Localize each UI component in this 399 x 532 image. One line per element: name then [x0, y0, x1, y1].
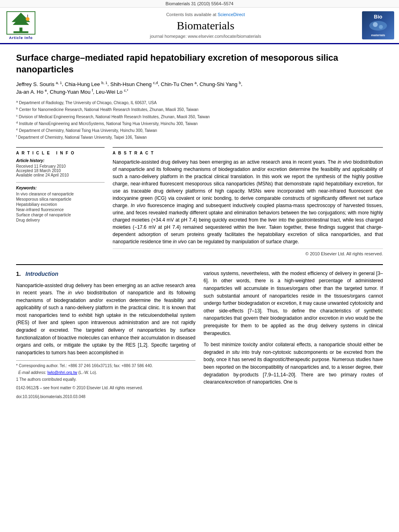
email-link[interactable]: lwlo@nhri.org.tw: [47, 370, 77, 375]
copyright-line: © 2010 Elsevier Ltd. All rights reserved…: [113, 249, 383, 256]
keyword-6: Drug delivery: [16, 218, 105, 222]
author-3: Shih-Hsun Cheng c,d: [110, 81, 158, 87]
authors: Jeffrey S. Souris a, 1, Chia-Hung Lee b,…: [16, 80, 383, 96]
affiliation-a: a Department of Radiology, The Universit…: [16, 99, 383, 106]
elsevier-logo: Article Info: [5, 11, 37, 40]
body-section: 1. Introduction Nanoparticle-assisted dr…: [16, 264, 383, 400]
article-title: Surface charge–mediated rapid hepatobili…: [16, 52, 383, 75]
journal-homepage: journal homepage: www.elsevier.com/locat…: [150, 34, 261, 39]
body-paragraph-1: Nanoparticle-assisted drug delivery has …: [16, 282, 195, 357]
sciencedirect-url[interactable]: ScienceDirect: [218, 12, 245, 17]
body-paragraph-2: various systems, nevertheless, with the …: [204, 270, 383, 337]
author-4: Chin-Tu Chen a: [161, 81, 197, 87]
abstract-section: A B S T R A C T Nanoparticle-assisted dr…: [113, 147, 383, 256]
footnotes: * Corresponding author. Tel.: +886 37 24…: [16, 360, 195, 400]
available-date: Available online 24 April 2010: [16, 173, 105, 177]
elsevier-tree-icon: [5, 11, 37, 35]
affiliation-e: e Department of Chemistry, National Tsin…: [16, 127, 383, 134]
footnote-corresponding: * Corresponding author. Tel.: +886 37 24…: [16, 363, 195, 369]
badge-image-icon: [368, 20, 388, 32]
svg-rect-1: [14, 31, 29, 33]
body-two-col: 1. Introduction Nanoparticle-assisted dr…: [16, 270, 383, 400]
sciencedirect-prefix: Contents lists available at: [166, 12, 218, 17]
journal-header: Article Info Contents lists available at…: [0, 8, 399, 44]
info-abstract-layout: A R T I C L E I N F O Article history: R…: [16, 147, 383, 256]
journal-logo-right: Bio materials: [354, 11, 394, 39]
footnote-equal: 1 The authors contributed equally.: [16, 377, 195, 382]
journal-logo-left: Article Info: [5, 11, 57, 40]
author-8: Leu-Wei Lo c,*: [96, 89, 128, 95]
accepted-date: Accepted 18 March 2010: [16, 168, 105, 173]
history-label: Article history:: [16, 158, 105, 163]
affiliation-f: f Department of Chemistry, National Taiw…: [16, 134, 383, 140]
keyword-5: Surface charge of nanoparticle: [16, 213, 105, 217]
abstract-label: A B S T R A C T: [113, 151, 383, 155]
doi-line: doi:10.1016/j.biomaterials.2010.03.048: [16, 394, 195, 400]
right-column: A B S T R A C T Nanoparticle-assisted dr…: [113, 147, 383, 256]
affiliation-b: b Center for Nanomedicine Research, Nati…: [16, 106, 383, 113]
journal-title-header: Biomaterials: [177, 19, 234, 32]
keyword-1: In vivo clearance of nanoparticle: [16, 192, 105, 196]
citation-bar: Biomaterials 31 (2010) 5564–5574: [0, 0, 399, 8]
homepage-url: www.elsevier.com/locate/biomaterials: [188, 34, 261, 39]
article-info-label: A R T I C L E I N F O: [16, 151, 105, 155]
svg-point-5: [26, 17, 29, 21]
article-history: Article history: Received 11 February 20…: [16, 158, 105, 177]
badge-sub: materials: [371, 33, 385, 37]
biomaterials-badge: Bio materials: [362, 11, 394, 39]
body-left-col: 1. Introduction Nanoparticle-assisted dr…: [16, 270, 195, 400]
badge-title: Bio: [374, 14, 383, 20]
sciencedirect-link: Contents lists available at ScienceDirec…: [166, 12, 245, 17]
keyword-4: Near-infrared fluorescence: [16, 207, 105, 212]
received-date: Received 11 February 2010: [16, 164, 105, 168]
footnote-email: E-mail address: lwlo@nhri.org.tw (L.-W. …: [16, 370, 195, 376]
affiliations: a Department of Radiology, The Universit…: [16, 99, 383, 141]
author-7: Chung-Yuan Mou f: [50, 89, 93, 95]
article-content: Surface charge–mediated rapid hepatobili…: [0, 44, 399, 408]
svg-point-8: [373, 22, 378, 27]
affiliation-c: c Division of Medical Engineering Resear…: [16, 113, 383, 120]
left-column: A R T I C L E I N F O Article history: R…: [16, 147, 105, 256]
svg-point-9: [379, 25, 383, 29]
issn-line: 0142-9612/$ – see front matter © 2010 El…: [16, 385, 195, 391]
author-1: Jeffrey S. Souris a, 1: [16, 81, 62, 87]
keywords-section: Keywords: In vivo clearance of nanoparti…: [16, 182, 105, 222]
svg-point-7: [369, 21, 387, 31]
affiliation-d: d Institute of NanoEngineering and Micro…: [16, 120, 383, 127]
section-number: 1. Introduction: [16, 270, 195, 279]
journal-center: Contents lists available at ScienceDirec…: [57, 12, 354, 39]
citation-text: Biomaterials 31 (2010) 5564–5574: [166, 1, 234, 6]
elsevier-text: Article Info: [9, 36, 33, 40]
author-6: Ja-an A. Ho e: [16, 89, 47, 95]
homepage-prefix: journal homepage:: [150, 34, 188, 39]
keywords-label: Keywords:: [16, 186, 105, 190]
body-right-col: various systems, nevertheless, with the …: [204, 270, 383, 400]
keyword-2: Mesoporous silica nanoparticle: [16, 197, 105, 201]
article-info-section: A R T I C L E I N F O Article history: R…: [16, 147, 105, 177]
author-2: Chia-Hung Lee b, 1: [65, 81, 107, 87]
keyword-3: Hepatobiliary excretion: [16, 202, 105, 207]
section-title: Introduction: [25, 271, 58, 277]
body-paragraph-3: To best minimize toxicity and/or collate…: [204, 341, 383, 386]
abstract-text: Nanoparticle-assisted drug delivery has …: [113, 158, 383, 245]
author-5: Chung-Shi Yang b: [200, 81, 241, 87]
